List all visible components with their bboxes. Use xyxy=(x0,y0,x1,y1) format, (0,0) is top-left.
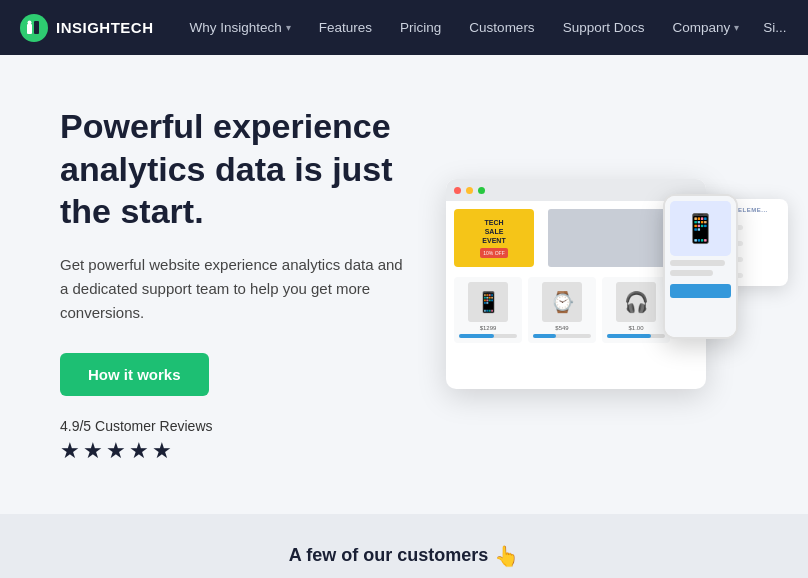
product-img-headphones: 🎧 xyxy=(616,282,656,322)
hero-content: Powerful experience analytics data is ju… xyxy=(60,105,404,464)
nav-customers[interactable]: Customers xyxy=(457,14,546,41)
customers-heading-text: A few of our customers xyxy=(289,545,488,566)
phone-screen: 📱 xyxy=(665,196,736,337)
product-price-3: $1.00 xyxy=(628,325,643,331)
logo-text: INSIGHTECH xyxy=(56,19,154,36)
product-card-2: ⌚ $549 xyxy=(528,277,596,343)
hero-section: Powerful experience analytics data is ju… xyxy=(0,55,808,514)
svg-point-3 xyxy=(28,20,32,24)
customers-heading: A few of our customers 👆 xyxy=(40,544,768,568)
logo-icon xyxy=(20,14,48,42)
browser-dot-maximize xyxy=(478,187,485,194)
product-img-phone: 📱 xyxy=(468,282,508,322)
nav-company[interactable]: Company ▾ xyxy=(660,14,751,41)
product-price-2: $549 xyxy=(555,325,568,331)
star-3: ★ xyxy=(106,438,126,464)
product-row: 📱 $1299 ⌚ $549 🎧 xyxy=(454,277,698,343)
tech-sale-banner: TECHSALEEVENT 10% OFF xyxy=(454,209,534,267)
star-rating: ★ ★ ★ ★ ★ xyxy=(60,438,404,464)
hero-subtitle: Get powerful website experience analytic… xyxy=(60,253,404,325)
nav-why-insightech[interactable]: Why Insightech ▾ xyxy=(178,14,303,41)
product-img-watch: ⌚ xyxy=(542,282,582,322)
nav-links: Why Insightech ▾ Features Pricing Custom… xyxy=(178,14,752,41)
product-card-1: 📱 $1299 xyxy=(454,277,522,343)
product-bar-fill-3 xyxy=(607,334,651,338)
banner-text: TECHSALEEVENT xyxy=(482,218,505,245)
product-bar-fill-2 xyxy=(533,334,556,338)
star-2: ★ xyxy=(83,438,103,464)
product-bar-2 xyxy=(533,334,591,338)
phone-product-image: 📱 xyxy=(670,201,731,256)
svg-rect-2 xyxy=(34,21,39,34)
product-bar-3 xyxy=(607,334,665,338)
nav-features[interactable]: Features xyxy=(307,14,384,41)
product-price-1: $1299 xyxy=(480,325,497,331)
phone-bar-1 xyxy=(670,260,725,266)
discount-badge: 10% OFF xyxy=(480,248,507,258)
phone-cta-button xyxy=(670,284,731,298)
hero-reviews: 4.9/5 Customer Reviews ★ ★ ★ ★ ★ xyxy=(60,418,404,464)
hero-title: Powerful experience analytics data is ju… xyxy=(60,105,404,233)
logo[interactable]: INSIGHTECH xyxy=(20,14,154,42)
phone-mockup: 📱 xyxy=(663,194,738,339)
hero-mockup: TECHSALEEVENT 10% OFF 📱 $1299 ⌚ xyxy=(404,144,748,424)
navbar: INSIGHTECH Why Insightech ▾ Features Pri… xyxy=(0,0,808,55)
nav-signin[interactable]: Si... xyxy=(751,14,798,41)
chevron-down-icon-2: ▾ xyxy=(734,22,739,33)
svg-rect-1 xyxy=(27,24,32,34)
nav-support-docs[interactable]: Support Docs xyxy=(551,14,657,41)
star-5: ★ xyxy=(152,438,172,464)
review-score: 4.9/5 Customer Reviews xyxy=(60,418,404,434)
star-4: ★ xyxy=(129,438,149,464)
hand-icon: 👆 xyxy=(494,544,519,568)
star-1: ★ xyxy=(60,438,80,464)
customers-section: A few of our customers 👆 𝕎 estpac iag ✦ … xyxy=(0,514,808,579)
browser-dot-close xyxy=(454,187,461,194)
phone-bar-2 xyxy=(670,270,713,276)
chevron-down-icon: ▾ xyxy=(286,22,291,33)
how-it-works-button[interactable]: How it works xyxy=(60,353,209,396)
browser-dot-minimize xyxy=(466,187,473,194)
nav-pricing[interactable]: Pricing xyxy=(388,14,453,41)
product-bar-1 xyxy=(459,334,517,338)
product-card-3: 🎧 $1.00 xyxy=(602,277,670,343)
product-bar-fill-1 xyxy=(459,334,494,338)
